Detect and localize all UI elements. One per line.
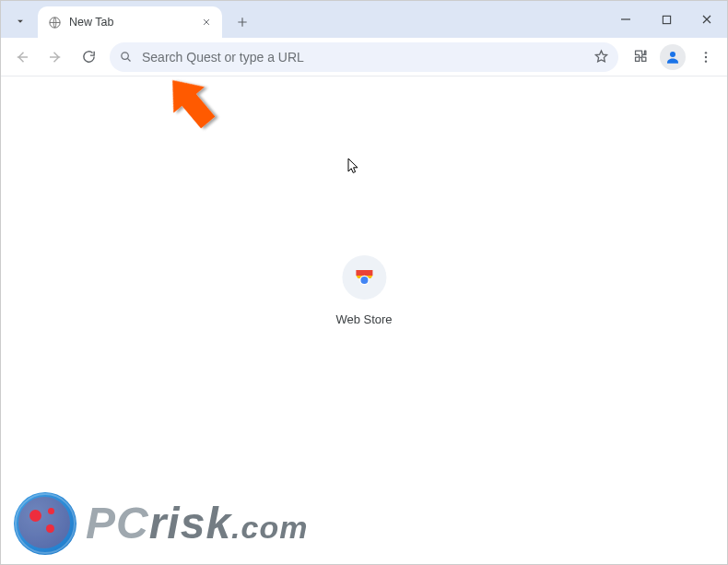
svg-point-3: [670, 52, 675, 57]
plus-icon: [236, 16, 249, 29]
globe-icon: [47, 15, 62, 29]
svg-point-2: [122, 53, 129, 60]
browser-tab[interactable]: New Tab: [38, 6, 222, 38]
menu-button[interactable]: [690, 41, 722, 73]
close-icon: [701, 14, 712, 25]
omnibox[interactable]: [110, 42, 618, 72]
svg-point-4: [705, 52, 707, 53]
back-button[interactable]: [6, 41, 38, 73]
chrome-web-store-icon: [353, 266, 375, 288]
star-icon: [593, 49, 609, 65]
reload-button[interactable]: [73, 41, 104, 73]
shortcut-label: Web Store: [335, 312, 392, 326]
minimize-button[interactable]: [605, 5, 646, 34]
reload-icon: [81, 49, 97, 65]
chevron-down-icon: [14, 15, 27, 28]
close-tab-button[interactable]: [198, 14, 215, 30]
profile-button[interactable]: [657, 41, 688, 73]
shortcut-web-store[interactable]: Web Store: [335, 255, 392, 326]
bookmark-button[interactable]: [593, 49, 609, 65]
svg-point-8: [360, 277, 368, 284]
shortcut-icon-bubble: [342, 255, 386, 300]
close-icon: [202, 18, 211, 27]
tab-strip: New Tab: [1, 1, 727, 38]
address-input[interactable]: [142, 50, 593, 65]
search-icon: [119, 50, 133, 64]
svg-point-6: [705, 60, 707, 62]
puzzle-icon: [632, 49, 648, 65]
maximize-button[interactable]: [646, 5, 687, 34]
minimize-icon: [620, 14, 631, 25]
new-tab-button[interactable]: [229, 9, 255, 35]
close-window-button[interactable]: [687, 5, 727, 34]
svg-point-5: [705, 55, 707, 57]
new-tab-page: Web Store: [1, 77, 727, 565]
forward-button[interactable]: [40, 41, 71, 73]
svg-rect-1: [663, 16, 670, 23]
tabs-dropdown-button[interactable]: [6, 7, 34, 35]
maximize-icon: [662, 15, 672, 25]
arrow-right-icon: [47, 49, 64, 65]
window-controls: [605, 1, 727, 38]
tab-title: New Tab: [69, 16, 198, 29]
arrow-left-icon: [14, 49, 30, 65]
extensions-button[interactable]: [624, 41, 655, 73]
profile-avatar-icon: [660, 44, 686, 70]
toolbar: [1, 38, 727, 77]
kebab-icon: [699, 50, 713, 65]
